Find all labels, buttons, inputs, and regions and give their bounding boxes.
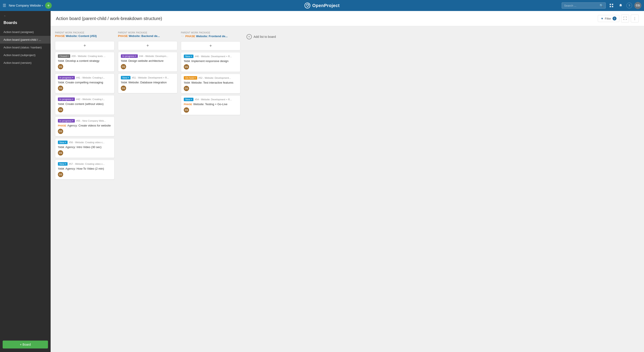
card-type-label: TASK [184,60,191,62]
add-list-label: Add list to board [254,35,276,38]
column-type-label: Parent work package [55,31,114,34]
add-card-button[interactable]: + [55,41,114,50]
column-name-label: Website: Backend de... [129,34,160,38]
filter-button[interactable]: ▼ Filter 0 [598,15,619,22]
help-icon[interactable]: ? [626,3,632,8]
card[interactable]: New ▾#46 - Website: Development + R...TA… [181,52,240,72]
card-id-meta: #51 - Website: Development + R... [132,76,169,79]
sidebar-item-parent-child[interactable]: Action board (parent-child / ... [0,36,50,43]
card[interactable]: In progress ▾#41 - Website: Creating t..… [55,73,114,93]
card[interactable]: New ▾#56 - Website: Creating video c...T… [55,138,114,158]
card-title-row: PHASE Agency: Create videos for website [58,123,112,127]
filter-count-badge: 0 [612,16,616,20]
status-badge[interactable]: New ▾ [58,141,68,144]
card[interactable]: In progress ▾#55 - New Company Web...PHA… [55,117,114,136]
card[interactable]: New ▾#57 - Website: Creating video c...T… [55,160,114,180]
add-list-to-board[interactable]: + Add list to board [244,30,284,43]
card-type-label: TASK [58,81,65,84]
card-title: Agency: Intro Video (30 sec) [65,145,102,149]
card-meta-row: In progress ▾#44 - Website: Developm... [121,54,174,58]
card-title-row: TASK Create compelling messaging [58,80,112,84]
card[interactable]: New ▾#54 - Website: Development + R...PH… [181,95,240,115]
column-type-label: Parent work package [181,31,240,34]
add-card-button[interactable]: + [181,41,240,50]
sidebar-item-assignee[interactable]: Action board (assignee) [0,28,50,36]
hamburger-menu-icon[interactable]: ☰ [3,3,6,8]
status-badge[interactable]: On hold ▾ [184,76,197,80]
card[interactable]: New ▾#51 - Website: Development + R...TA… [118,73,178,93]
card-title-row: PHASE Website: Testing + Go-Live [184,102,238,106]
column-type-label: Parent work package [118,31,178,34]
card-id-meta: #39 - Website: Creating texts ... [72,55,106,57]
card-meta-row: New ▾#51 - Website: Development + R... [121,76,174,79]
more-options-button[interactable]: ⋮ [631,14,639,22]
board-column-col-backend: Parent work packagePHASE Website: Backen… [118,30,178,93]
create-new-button[interactable]: + [45,2,52,9]
svg-rect-4 [612,6,613,7]
card-avatar: CG [58,150,63,156]
status-badge[interactable]: In progress ▾ [58,76,75,79]
card-title: Develop a content strategy [65,59,100,62]
svg-rect-1 [610,4,611,5]
card-avatar: CG [121,64,126,69]
card-meta-row: New ▾#56 - Website: Creating video c... [58,141,112,144]
card-avatar: CG [58,64,63,69]
svg-point-0 [305,3,310,8]
sidebar-item-status[interactable]: Action board (status / kanban) [0,43,50,51]
status-badge[interactable]: New ▾ [184,98,194,101]
status-badge[interactable]: In progress ▾ [58,97,75,101]
column-title-row: PHASE Website: Backend de... [118,34,178,38]
add-list-plus-icon: + [246,34,252,39]
status-badge[interactable]: Closed ▾ [58,54,70,58]
card-title: Website: Test interactive features [191,81,233,84]
card-meta-row: In progress ▾#55 - New Company Web... [58,119,112,123]
modules-icon[interactable] [608,2,615,9]
status-badge[interactable]: New ▾ [121,76,130,79]
board-area: Parent work packagePHASE Website: Conten… [50,26,644,352]
card-type-label: TASK [58,103,65,105]
app-name: OpenProject [312,3,340,8]
top-navigation: ☰ New Company Website ▾ + OpenProject 🔍 [0,0,644,11]
add-card-button[interactable]: + [118,41,178,50]
svg-rect-3 [610,6,611,7]
project-chevron-icon: ▾ [42,4,43,7]
status-badge[interactable]: New ▾ [58,162,68,166]
status-badge[interactable]: In progress ▾ [58,119,75,123]
card[interactable]: Closed ▾#39 - Website: Creating texts ..… [55,52,114,72]
column-header: Parent work packagePHASE Website: Conten… [55,30,114,39]
card-meta-row: Closed ▾#39 - Website: Creating texts ..… [58,54,112,58]
sidebar-item-version[interactable]: Action board (version) [0,59,50,67]
card-type-label: TASK [184,81,191,84]
card[interactable]: On hold ▾#52 - Website: Development...TA… [181,74,240,93]
card-id-meta: #55 - New Company Web... [76,119,106,122]
back-arrow-icon: ← [4,14,6,17]
status-badge[interactable]: In progress ▾ [121,54,138,58]
user-avatar[interactable]: CG [634,2,641,9]
search-box[interactable]: 🔍 [562,2,606,8]
column-drag-handle[interactable]: ⋯ [181,34,184,38]
card-id-meta: #56 - Website: Creating video c... [69,141,104,144]
card-type-label: TASK [58,167,65,170]
openproject-logo-icon [304,2,310,8]
card[interactable]: In progress ▾#44 - Website: Developm...T… [118,52,178,72]
status-badge[interactable]: New ▾ [184,54,194,58]
sidebar-back-button[interactable]: ← [0,11,50,19]
card[interactable]: In progress ▾#42 - Website: Creating t..… [55,95,114,115]
card-meta-row: In progress ▾#41 - Website: Creating t..… [58,76,112,79]
sidebar-item-subproject[interactable]: Action board (subproject) [0,51,50,59]
search-input[interactable] [564,4,598,7]
column-name-label: Website: Content (#53) [66,34,97,38]
main-layout: ← Boards Action board (assignee) Action … [0,11,644,352]
notifications-icon[interactable] [617,2,624,9]
project-name[interactable]: New Company Website ▾ [9,4,43,7]
card-title: Website: Database integration [128,81,166,84]
card-title: Create content (without video) [65,102,104,106]
card-title-row: TASK Agency: How-To Video (2 min) [58,167,112,170]
fullscreen-button[interactable]: ⛶ [621,14,629,22]
card-id-meta: #46 - Website: Development + R... [195,55,232,58]
card-meta-row: On hold ▾#52 - Website: Development... [184,76,238,80]
page-actions: ▼ Filter 0 ⛶ ⋮ [598,14,639,22]
card-title: Create compelling messaging [65,81,103,84]
add-board-button[interactable]: + Board [3,341,48,349]
card-id-meta: #41 - Website: Creating t... [76,76,105,79]
